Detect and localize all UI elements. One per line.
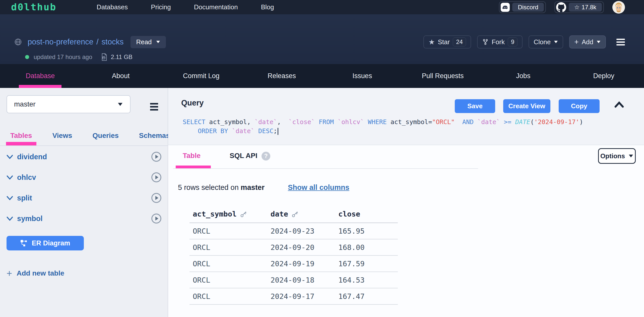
save-button[interactable]: Save xyxy=(455,99,495,113)
result-row: ORCL2024-09-23165.95 xyxy=(189,223,398,239)
result-cell: ORCL xyxy=(189,227,267,235)
result-cell: 164.53 xyxy=(335,276,398,284)
table-item-split[interactable]: split xyxy=(0,188,168,208)
fork-count-badge[interactable]: 9 xyxy=(508,37,518,46)
result-cell: 2024-09-17 xyxy=(267,292,335,301)
chevron-down-icon xyxy=(554,40,558,43)
chevron-down-icon xyxy=(156,40,160,43)
github-star-count: ☆ 17.8k xyxy=(569,3,602,12)
column-header-close: close xyxy=(335,210,398,218)
result-row: ORCL2024-09-20168.00 xyxy=(189,239,398,256)
chevron-down-icon[interactable] xyxy=(7,196,13,200)
chevron-down-icon[interactable] xyxy=(7,217,13,221)
result-cell: 167.59 xyxy=(335,259,398,268)
star-count-badge[interactable]: 24 xyxy=(453,37,466,46)
branch-name: master xyxy=(14,100,36,108)
chevron-down-icon xyxy=(117,102,123,106)
nav-link-documentation[interactable]: Documentation xyxy=(194,3,238,11)
play-table-icon[interactable] xyxy=(151,193,162,203)
result-row: ORCL2024-09-19167.59 xyxy=(189,256,398,272)
text-caret xyxy=(278,128,278,135)
result-cell: 2024-09-23 xyxy=(267,227,335,235)
tab-sql-api[interactable]: SQL API xyxy=(230,152,257,160)
table-name: dividend xyxy=(17,153,47,161)
play-table-icon[interactable] xyxy=(151,172,162,183)
repo-menu-icon[interactable] xyxy=(616,39,625,45)
chevron-down-icon[interactable] xyxy=(7,175,13,180)
repo-size: 2.11 GB xyxy=(111,54,133,61)
chevron-down-icon xyxy=(596,40,601,43)
nav-link-databases[interactable]: Databases xyxy=(97,3,128,11)
fork-icon xyxy=(482,38,489,45)
nav-link-pricing[interactable]: Pricing xyxy=(151,3,171,11)
options-dropdown[interactable]: Options xyxy=(598,148,636,164)
repo-tab-bar: DatabaseAboutCommit LogReleasesIssuesPul… xyxy=(0,64,644,88)
main-panel: Query Save Create View Copy SELECT act_s… xyxy=(168,88,644,317)
repo-tab-commit-log[interactable]: Commit Log xyxy=(161,64,242,88)
discord-button[interactable]: Discord xyxy=(499,1,546,13)
user-avatar[interactable] xyxy=(612,1,625,14)
repo-tab-deploy[interactable]: Deploy xyxy=(563,64,644,88)
show-all-columns-link[interactable]: Show all columns xyxy=(288,183,349,192)
er-diagram-button[interactable]: ER Diagram xyxy=(7,236,84,250)
table-item-ohlcv[interactable]: ohlcv xyxy=(0,167,168,188)
results-header-row: act_symbol date close xyxy=(189,205,398,223)
repo-tab-about[interactable]: About xyxy=(81,64,161,88)
sql-line: ORDER BY `date` DESC; xyxy=(183,127,583,136)
repo-tab-label: Database xyxy=(26,72,55,80)
result-cell: 167.47 xyxy=(335,292,398,301)
breadcrumb: post-no-preference/stocks xyxy=(28,37,123,46)
sidebar-tab-queries[interactable]: Queries xyxy=(93,126,119,145)
repo-tab-database[interactable]: Database xyxy=(0,64,81,88)
play-table-icon[interactable] xyxy=(151,213,162,224)
tab-table[interactable]: Table xyxy=(183,152,201,160)
breadcrumb-repo-name[interactable]: stocks xyxy=(102,37,124,46)
chevron-down-icon[interactable] xyxy=(7,155,13,159)
globe-icon xyxy=(14,38,22,46)
branch-selector[interactable]: master xyxy=(7,95,131,113)
sidebar-tab-views[interactable]: Views xyxy=(52,126,72,145)
repo-tab-label: Pull Requests xyxy=(422,72,464,80)
star-button[interactable]: ★ Star 24 xyxy=(423,35,471,48)
result-cell: ORCL xyxy=(189,259,267,268)
collapse-query-icon[interactable] xyxy=(614,101,624,108)
repo-tab-issues[interactable]: Issues xyxy=(322,64,403,88)
sidebar: master TablesViewsQueriesSchemas dividen… xyxy=(0,88,168,317)
play-table-icon[interactable] xyxy=(151,151,162,162)
sidebar-tab-tables[interactable]: Tables xyxy=(10,126,32,145)
copy-button[interactable]: Copy xyxy=(559,99,600,113)
star-outline-icon: ☆ xyxy=(574,4,580,11)
repo-tab-label: Jobs xyxy=(516,72,530,80)
repo-tab-label: Releases xyxy=(268,72,296,80)
repo-tab-jobs[interactable]: Jobs xyxy=(483,64,564,88)
sidebar-menu-icon[interactable] xyxy=(150,103,158,111)
dolthub-logo[interactable]: d0lthub xyxy=(11,2,56,13)
repo-meta-row: updated 17 hours ago 2.11 GB xyxy=(25,52,133,62)
repo-tab-pull-requests[interactable]: Pull Requests xyxy=(403,64,483,88)
create-view-button[interactable]: Create View xyxy=(503,99,550,113)
add-new-table-button[interactable]: + Add new table xyxy=(7,267,64,280)
permission-dropdown[interactable]: Read xyxy=(131,36,166,48)
sidebar-tab-bar: TablesViewsQueriesSchemas xyxy=(0,126,168,146)
help-icon[interactable]: ? xyxy=(262,152,270,161)
clone-button[interactable]: Clone xyxy=(529,35,563,48)
repo-tab-releases[interactable]: Releases xyxy=(241,64,322,88)
result-cell: ORCL xyxy=(189,276,267,284)
content: master TablesViewsQueriesSchemas dividen… xyxy=(0,88,644,317)
sql-editor[interactable]: SELECT act_symbol, `date`, `close` FROM … xyxy=(183,118,583,136)
breadcrumb-separator: / xyxy=(93,37,102,46)
result-row: ORCL2024-09-18164.53 xyxy=(189,272,398,288)
repo-tab-label: About xyxy=(112,72,130,80)
updated-text: updated 17 hours ago xyxy=(34,54,92,61)
table-item-dividend[interactable]: dividend xyxy=(0,146,168,167)
table-item-symbol[interactable]: symbol xyxy=(0,208,168,229)
column-header-act_symbol: act_symbol xyxy=(189,210,267,218)
breadcrumb-owner[interactable]: post-no-preference xyxy=(28,37,93,46)
add-button[interactable]: + Add xyxy=(569,35,606,48)
topnav-right: Discord ☆ 17.8k xyxy=(499,1,625,13)
result-cell: ORCL xyxy=(189,292,267,301)
fork-button[interactable]: Fork 9 xyxy=(477,35,523,48)
sidebar-tab-schemas[interactable]: Schemas xyxy=(139,126,170,145)
nav-link-blog[interactable]: Blog xyxy=(261,3,274,11)
github-button[interactable]: ☆ 17.8k xyxy=(554,1,604,13)
